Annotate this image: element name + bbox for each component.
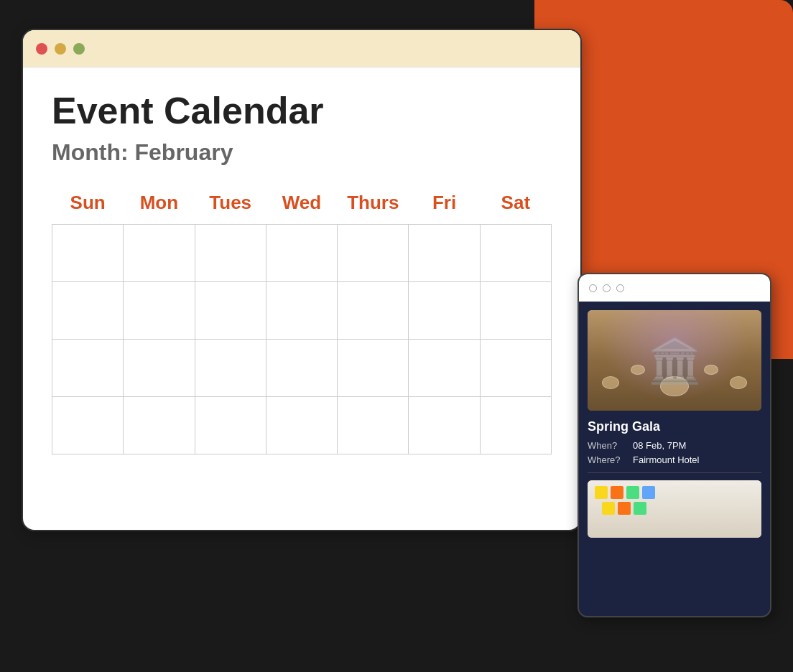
calendar-cell[interactable]: [409, 397, 480, 454]
calendar-cell[interactable]: [124, 282, 195, 340]
calendar-cell[interactable]: [409, 225, 480, 282]
minimize-button-dot[interactable]: [55, 43, 66, 55]
calendar-header-row: Sun Mon Tues Wed Thurs Fri Sat: [52, 186, 552, 225]
calendar-cell[interactable]: [409, 282, 480, 340]
event-image-meeting: [588, 480, 761, 538]
when-label: When?: [588, 440, 627, 451]
event-image-ballroom: [588, 310, 761, 411]
where-value: Fairmount Hotel: [633, 454, 699, 465]
calendar-cell[interactable]: [409, 340, 480, 397]
calendar-cell[interactable]: [480, 282, 551, 340]
maximize-button-dot[interactable]: [73, 43, 85, 55]
mobile-dot-1: [589, 284, 597, 292]
event-divider: [588, 472, 761, 473]
day-header-thurs: Thurs: [338, 186, 409, 225]
calendar-cell[interactable]: [480, 397, 551, 454]
calendar-cell[interactable]: [338, 282, 409, 340]
calendar-cell[interactable]: [266, 397, 337, 454]
day-header-mon: Mon: [124, 186, 195, 225]
calendar-cell[interactable]: [338, 340, 409, 397]
day-header-tues: Tues: [195, 186, 266, 225]
day-header-fri: Fri: [409, 186, 480, 225]
calendar-cell[interactable]: [195, 397, 266, 454]
calendar-cell[interactable]: [195, 340, 266, 397]
mobile-dot-3: [616, 284, 624, 292]
calendar-row: [52, 397, 552, 454]
day-header-sun: Sun: [52, 186, 124, 225]
calendar-row: [52, 225, 552, 282]
calendar-cell[interactable]: [195, 282, 266, 340]
mobile-dot-2: [603, 284, 611, 292]
calendar-cell[interactable]: [480, 225, 551, 282]
event-title: Spring Gala: [588, 419, 761, 434]
calendar-cell[interactable]: [266, 225, 337, 282]
when-value: 08 Feb, 7PM: [633, 440, 686, 451]
browser-content-area: Event Calendar Month: February Sun Mon T…: [23, 67, 580, 476]
calendar-row: [52, 282, 552, 340]
calendar-cell[interactable]: [338, 225, 409, 282]
calendar-cell[interactable]: [52, 225, 124, 282]
event-when-detail: When? 08 Feb, 7PM: [588, 440, 761, 451]
mobile-content-area: Spring Gala When? 08 Feb, 7PM Where? Fai…: [579, 302, 770, 546]
day-header-wed: Wed: [266, 186, 337, 225]
where-label: Where?: [588, 454, 627, 465]
calendar-row: [52, 340, 552, 397]
calendar-cell[interactable]: [338, 397, 409, 454]
calendar-cell[interactable]: [124, 225, 195, 282]
mobile-titlebar: [579, 274, 770, 302]
mobile-browser-window: Spring Gala When? 08 Feb, 7PM Where? Fai…: [578, 273, 771, 617]
main-browser-window: Event Calendar Month: February Sun Mon T…: [22, 29, 582, 531]
calendar-cell[interactable]: [52, 282, 124, 340]
calendar-cell[interactable]: [52, 340, 124, 397]
page-subtitle: Month: February: [52, 139, 552, 166]
browser-titlebar: [23, 30, 580, 67]
calendar-table: Sun Mon Tues Wed Thurs Fri Sat: [52, 186, 552, 454]
calendar-cell[interactable]: [480, 340, 551, 397]
calendar-cell[interactable]: [52, 397, 124, 454]
calendar-cell[interactable]: [266, 282, 337, 340]
page-title: Event Calendar: [52, 89, 552, 132]
calendar-cell[interactable]: [124, 397, 195, 454]
calendar-cell[interactable]: [195, 225, 266, 282]
close-button-dot[interactable]: [36, 43, 47, 55]
calendar-cell[interactable]: [124, 340, 195, 397]
event-where-detail: Where? Fairmount Hotel: [588, 454, 761, 465]
day-header-sat: Sat: [480, 186, 551, 225]
calendar-cell[interactable]: [266, 340, 337, 397]
